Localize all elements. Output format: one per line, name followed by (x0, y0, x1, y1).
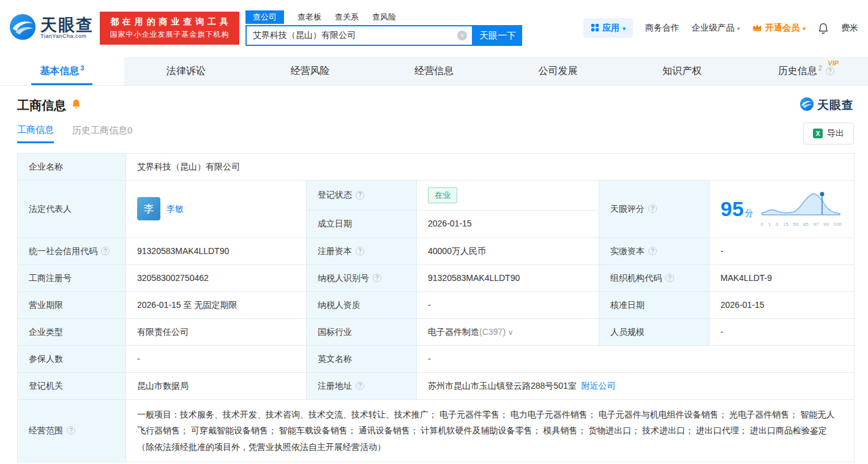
help-icon[interactable]: ? (356, 191, 364, 200)
subtab-history-business-info[interactable]: 历史工商信息0 (72, 125, 132, 142)
tab-label: 历史信息 (778, 65, 817, 78)
score-unit: 分 (745, 208, 754, 218)
content-area: 工商信息 天眼查 (0, 97, 868, 462)
field-value-taxpayer-quality: - (417, 291, 599, 318)
subtab-row: 工商信息 历史工商信息0 X 导出 (17, 122, 854, 144)
help-icon[interactable]: ? (648, 204, 657, 213)
legal-rep-name-link[interactable]: 李敏 (166, 203, 184, 215)
help-icon[interactable]: ? (373, 274, 381, 282)
field-value-industry: 电子器件制造(C397)∨ (417, 318, 599, 345)
open-vip-label: 开通会员 (765, 23, 799, 34)
banner-line2: 国家中小企业发展子基金旗下机构 (110, 29, 230, 40)
tab-label: 基本信息 (40, 65, 79, 78)
help-icon[interactable]: ? (356, 247, 364, 255)
notification-bell-icon[interactable] (818, 23, 829, 34)
search-input[interactable] (247, 26, 472, 45)
field-label-company-type: 企业类型 (18, 318, 126, 345)
main-tabbar: 基本信息3 法律诉讼 经营风险 经营信息 公司发展 知识产权 VIP 历史信息2… (0, 57, 868, 86)
tab-label: 经营风险 (290, 65, 329, 78)
field-label-english-name: 英文名称 (307, 345, 417, 372)
tab-intellectual-property[interactable]: 知识产权 (620, 57, 744, 85)
business-cooperation-link[interactable]: 商务合作 (645, 23, 679, 34)
export-label: 导出 (827, 128, 844, 139)
export-button[interactable]: X 导出 (803, 122, 854, 144)
monitor-bell-icon[interactable] (71, 99, 81, 112)
field-label-industry: 国标行业 (307, 318, 417, 345)
logo-title: 天眼查 (40, 17, 94, 34)
search-tab-relation[interactable]: 查关系 (335, 10, 359, 24)
tab-label: 公司发展 (539, 65, 578, 78)
search-box: × (245, 25, 473, 46)
tianyancha-logo-icon (9, 13, 37, 43)
open-vip-button[interactable]: 开通会员 ▾ (752, 23, 806, 34)
field-label-paid-capital: 实缴资本? (599, 238, 709, 264)
field-label-establish-date: 成立日期 (307, 210, 417, 238)
field-value-reg-number: 320583002750462 (126, 264, 307, 291)
score-chart-axis: 0131550859799100 (761, 221, 842, 228)
field-value-reg-authority: 昆山市数据局 (126, 372, 307, 399)
legal-rep-avatar: 李 (137, 197, 160, 220)
field-label-reg-authority: 登记机关 (18, 372, 126, 399)
watermark-logo-text: 天眼查 (817, 97, 854, 113)
tianyancha-logo[interactable]: 天眼查 TianYanCha.com (9, 13, 94, 43)
apps-menu-button[interactable]: 应用 ▾ (583, 18, 633, 38)
field-value-score: 95分 0131550859799100 (709, 181, 855, 238)
tab-basic-info[interactable]: 基本信息3 (0, 57, 124, 85)
tab-legal-proceedings[interactable]: 法律诉讼 (124, 57, 249, 85)
field-label-company-name: 企业名称 (18, 154, 126, 181)
chevron-down-icon: ▾ (737, 25, 740, 32)
user-account-menu[interactable]: 费米 (841, 23, 858, 34)
field-label-insured: 参保人数 (18, 345, 126, 372)
field-label-approval-date: 核准日期 (599, 291, 709, 318)
field-value-staff-size: - (709, 318, 855, 345)
app-grid-icon (591, 23, 599, 34)
promo-banner: 都 在 用 的 商 业 查 询 工 具 国家中小企业发展子基金旗下机构 (100, 12, 239, 45)
nearby-companies-link[interactable]: 附近公司 (582, 381, 616, 391)
search-module: 查公司 查老板 查关系 查风险 × 天眼一下 (245, 10, 522, 46)
tab-company-development[interactable]: 公司发展 (496, 57, 620, 85)
search-tabs: 查公司 查老板 查关系 查风险 (245, 10, 522, 24)
tab-label: 法律诉讼 (166, 65, 206, 78)
enterprise-products-label: 企业级产品 (692, 23, 735, 34)
field-label-reg-capital: 注册资本? (307, 238, 417, 264)
search-tab-boss[interactable]: 查老板 (297, 10, 321, 24)
search-button[interactable]: 天眼一下 (473, 25, 522, 46)
enterprise-products-menu[interactable]: 企业级产品 ▾ (692, 23, 740, 34)
search-tab-company[interactable]: 查公司 (245, 10, 284, 24)
field-label-reg-status: 登记状态? (307, 181, 417, 211)
help-icon[interactable]: ? (665, 274, 674, 282)
banner-line1: 都 在 用 的 商 业 查 询 工 具 (110, 17, 229, 28)
field-value-taxpayer-id: 91320583MAK4LLDT90 (417, 264, 599, 291)
field-label-taxpayer-id: 纳税人识别号? (307, 264, 417, 291)
top-header: 天眼查 TianYanCha.com 都 在 用 的 商 业 查 询 工 具 国… (0, 0, 868, 56)
tab-operation-info[interactable]: 经营信息 (372, 57, 496, 85)
field-label-taxpayer-quality: 纳税人资质 (307, 291, 417, 318)
score-number: 95 (720, 197, 744, 220)
help-icon[interactable]: ? (67, 426, 75, 435)
tab-operation-risk[interactable]: 经营风险 (248, 57, 372, 85)
field-label-reg-number: 工商注册号 (18, 264, 126, 291)
subtab-business-info[interactable]: 工商信息 (17, 124, 54, 143)
search-tab-risk[interactable]: 查风险 (372, 10, 396, 24)
page: 天眼查 TianYanCha.com 都 在 用 的 商 业 查 询 工 具 国… (0, 0, 868, 464)
chevron-down-icon[interactable]: ∨ (508, 328, 514, 337)
field-value-insured: - (126, 345, 307, 372)
watermark-logo: 天眼查 (799, 97, 854, 114)
field-value-company-type: 有限责任公司 (126, 318, 307, 345)
field-value-reg-address: 苏州市昆山市玉山镇登云路288号501室 附近公司 (417, 372, 855, 399)
chevron-down-icon: ▾ (623, 25, 626, 32)
help-icon[interactable]: ? (356, 381, 364, 390)
field-value-approval-date: 2026-01-15 (709, 291, 855, 318)
field-value-credit-code: 91320583MAK4LLDT90 (126, 238, 307, 264)
field-value-business-scope: 一般项目：技术服务、技术开发、技术咨询、技术交流、技术转让、技术推广； 电子元器… (126, 399, 855, 462)
help-icon[interactable]: ? (101, 247, 110, 255)
field-label-score: 天眼评分? (599, 181, 709, 238)
field-value-legal-rep: 李 李敏 (126, 181, 307, 238)
help-icon[interactable]: ? (826, 67, 834, 75)
help-icon[interactable]: ? (648, 247, 657, 255)
field-value-english-name: - (417, 345, 855, 372)
excel-icon: X (813, 129, 823, 138)
field-label-reg-address: 注册地址? (307, 372, 417, 399)
clear-search-icon[interactable]: × (457, 31, 467, 40)
tab-history-info[interactable]: VIP 历史信息2 ? (744, 57, 868, 85)
